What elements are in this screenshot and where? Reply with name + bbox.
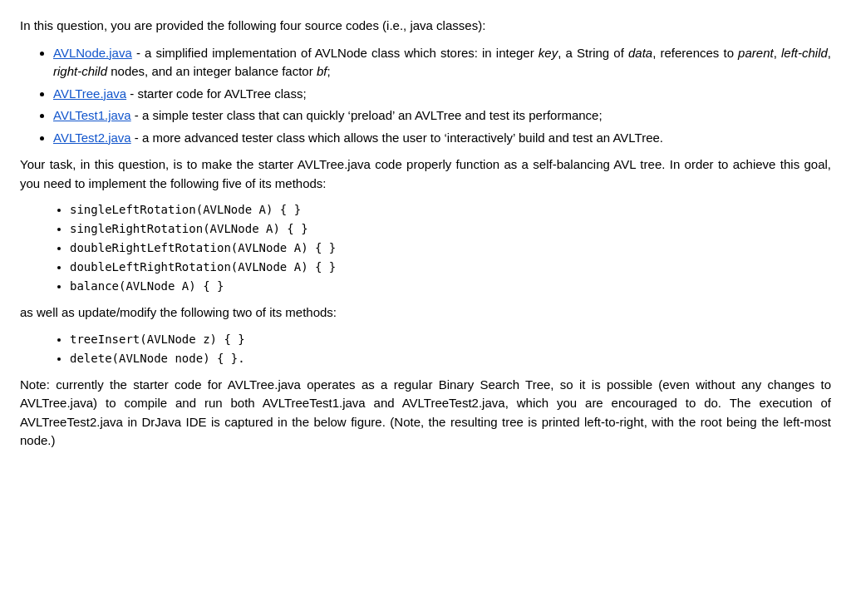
source-item-avltest2: AVLTest2.java - a more advanced tester c… — [53, 129, 831, 148]
update-method-2: delete(AVLNode node) { }. — [70, 350, 831, 367]
method-item-4: doubleLeftRightRotation(AVLNode A) { } — [70, 259, 831, 276]
key-italic: key — [539, 46, 558, 60]
avlnode-desc-before: - a simplified implementation of AVLNode… — [132, 46, 539, 60]
update-methods-list: treeInsert(AVLNode z) { } delete(AVLNode… — [70, 331, 831, 367]
method-item-1: singleLeftRotation(AVLNode A) { } — [70, 201, 831, 219]
task-text: Your task, in this question, is to make … — [20, 157, 831, 190]
task-paragraph: Your task, in this question, is to make … — [20, 155, 831, 193]
avlnode-link[interactable]: AVLNode.java — [53, 46, 132, 60]
comma1: , — [774, 46, 781, 60]
as-well-paragraph: as well as update/modify the following t… — [20, 303, 831, 323]
source-item-avltree: AVLTree.java - starter code for AVLTree … — [53, 85, 831, 104]
comma2: , — [828, 46, 831, 60]
intro-paragraph: In this question, you are provided the f… — [20, 17, 831, 36]
data-italic: data — [628, 46, 652, 60]
avltree-link[interactable]: AVLTree.java — [53, 86, 126, 101]
as-well-text: as well as update/modify the following t… — [20, 305, 337, 319]
rightchild-italic: right-child — [53, 64, 107, 78]
avltest2-desc: - a more advanced tester class which all… — [131, 131, 663, 145]
semicolon: ; — [327, 64, 330, 78]
note-paragraph: Note: currently the starter code for AVL… — [20, 376, 831, 451]
method-item-2: singleRightRotation(AVLNode A) { } — [70, 220, 831, 238]
leftchild-italic: left-child — [781, 46, 828, 60]
note-text: Note: currently the starter code for AVL… — [20, 377, 831, 448]
source-item-avltest1: AVLTest1.java - a simple tester class th… — [53, 106, 831, 126]
avltree-desc: - starter code for AVLTree class; — [126, 86, 306, 101]
parent-italic: parent — [738, 46, 774, 60]
intro-text: In this question, you are provided the f… — [20, 18, 485, 32]
source-item-avlnode: AVLNode.java - a simplified implementati… — [53, 44, 831, 81]
methods-list: singleLeftRotation(AVLNode A) { } single… — [70, 201, 831, 295]
avltest1-desc: - a simple tester class that can quickly… — [131, 108, 603, 122]
method-item-5: balance(AVLNode A) { } — [70, 278, 831, 295]
bf-italic: bf — [317, 64, 327, 78]
method-item-3: doubleRightLeftRotation(AVLNode A) { } — [70, 239, 831, 257]
sources-list: AVLNode.java - a simplified implementati… — [53, 44, 831, 148]
content-area: In this question, you are provided the f… — [20, 17, 831, 451]
avlnode-desc-mid2: , references to — [652, 46, 738, 60]
avltest2-link[interactable]: AVLTest2.java — [53, 131, 131, 145]
avlnode-desc-end: nodes, and an integer balance factor — [107, 64, 317, 78]
avltest1-link[interactable]: AVLTest1.java — [53, 108, 131, 122]
avlnode-desc-mid1: , a String of — [558, 46, 628, 60]
update-method-1: treeInsert(AVLNode z) { } — [70, 331, 831, 348]
